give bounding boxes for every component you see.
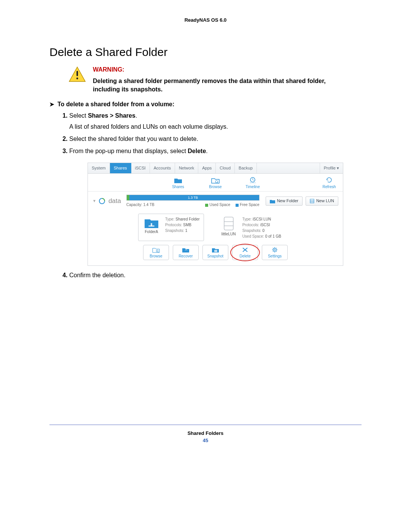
tab-accounts[interactable]: Accounts [150, 163, 175, 173]
action-delete[interactable]: Delete [232, 245, 258, 260]
svg-line-27 [276, 251, 277, 252]
volume-disc-icon [99, 198, 105, 204]
subtab-timeline[interactable]: Timeline [244, 177, 262, 190]
new-lun-button[interactable]: New LUN [306, 197, 338, 205]
tab-system[interactable]: System [88, 163, 110, 173]
profile-menu[interactable]: Profile [320, 163, 343, 173]
svg-line-29 [273, 251, 274, 252]
browse-icon [152, 247, 160, 253]
capacity-text: Capacity: 1.4 TB [126, 202, 155, 208]
lun-item-label: littleLUN [221, 232, 236, 237]
context-actions: Browse Recover Snapshot [92, 245, 338, 260]
footer-section: Shared Folders [49, 430, 362, 436]
snapshot-icon [212, 247, 219, 253]
chevron-right-icon: ➤ [49, 101, 54, 107]
action-browse[interactable]: Browse [143, 245, 169, 260]
svg-rect-7 [310, 199, 314, 203]
volume-name: data [108, 197, 121, 206]
tab-apps[interactable]: Apps [198, 163, 216, 173]
tab-iscsi[interactable]: iSCSI [131, 163, 150, 173]
page-footer: Shared Folders 45 [49, 425, 362, 443]
step-4: Confirm the deletion. [69, 271, 362, 280]
tab-backup[interactable]: Backup [235, 163, 257, 173]
step-1-subtext: A list of shared folders and LUNs on eac… [69, 123, 362, 131]
footer-page-number: 45 [49, 438, 362, 443]
svg-rect-12 [224, 217, 233, 230]
folder-icon [270, 199, 275, 203]
recover-icon [182, 247, 190, 253]
step-1: Select Shares > Shares. A list of shared… [69, 112, 362, 131]
warning-label: WARNING: [93, 66, 336, 73]
svg-point-21 [274, 249, 276, 251]
warning-triangle-icon [68, 66, 86, 82]
page-title: Delete a Shared Folder [49, 46, 362, 59]
refresh-icon [325, 177, 333, 184]
delete-x-icon [241, 247, 249, 253]
lun-item-littlelun[interactable]: littleLUN Type: iSCSI LUN Protocols: iSC… [215, 214, 285, 241]
volume-row: ▼ data 1.3 TB Capacity: 1.4 TB [92, 195, 338, 208]
header-product: ReadyNAS OS 6.0 [49, 17, 362, 23]
svg-point-15 [156, 250, 158, 252]
svg-rect-1 [76, 71, 78, 76]
action-snapshot[interactable]: Snapshot [202, 245, 228, 260]
shared-folder-icon [144, 216, 159, 228]
top-nav: System Shares iSCSI Accounts Network App… [88, 163, 343, 174]
legend-used: Used Space [205, 202, 230, 208]
subtab-shares[interactable]: Shares [169, 177, 187, 190]
browse-icon [211, 177, 220, 184]
tab-shares[interactable]: Shares [110, 163, 131, 173]
embedded-screenshot: System Shares iSCSI Accounts Network App… [88, 163, 343, 266]
svg-rect-17 [214, 250, 217, 252]
lun-drive-icon [223, 216, 235, 231]
svg-point-2 [76, 78, 78, 80]
svg-rect-11 [151, 223, 152, 226]
subtab-browse[interactable]: Browse [206, 177, 225, 190]
capacity-bar: 1.3 TB [126, 195, 260, 201]
action-recover[interactable]: Recover [173, 245, 199, 260]
legend-free: Free Space [236, 202, 260, 208]
tab-cloud[interactable]: Cloud [216, 163, 235, 173]
tab-network[interactable]: Network [175, 163, 198, 173]
share-item-foldera[interactable]: FolderA Type: Shared Folder Protocols: S… [138, 214, 204, 241]
action-settings[interactable]: Settings [262, 245, 288, 260]
capacity-bar-label: 1.3 TB [188, 195, 198, 200]
refresh-button[interactable]: Refresh [320, 177, 338, 190]
clock-icon [249, 177, 257, 184]
lun-icon [310, 199, 314, 203]
procedure-steps: Select Shares > Shares. A list of shared… [49, 112, 362, 280]
warning-text: Deleting a shared folder permanently rem… [93, 77, 336, 93]
svg-line-28 [276, 248, 277, 249]
share-item-label: FolderA [145, 229, 158, 235]
disclosure-triangle-icon[interactable]: ▼ [92, 198, 96, 204]
new-folder-button[interactable]: New Folder [266, 197, 303, 205]
procedure-heading: ➤To delete a shared folder from a volume… [49, 101, 362, 108]
step-3: From the pop-up menu that displays, sele… [69, 147, 362, 266]
step-2: Select the shared folder that you want t… [69, 135, 362, 143]
gear-icon [271, 247, 279, 253]
sub-toolbar: Shares Browse Timeline Refresh [88, 174, 343, 192]
svg-line-26 [273, 248, 274, 249]
folder-icon [174, 177, 182, 184]
warning-block: WARNING: Deleting a shared folder perman… [68, 66, 362, 93]
